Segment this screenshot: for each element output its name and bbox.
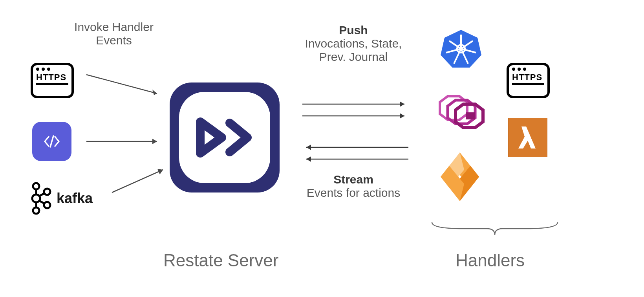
svg-marker-22 xyxy=(306,156,311,162)
invoke-handler-label: Invoke Handler Events xyxy=(59,20,169,47)
stream-title: Stream xyxy=(291,173,416,186)
svg-marker-18 xyxy=(400,113,404,119)
invoke-line1: Invoke Handler xyxy=(59,20,169,34)
arrows-stream xyxy=(298,141,412,165)
kafka-label: kafka xyxy=(57,190,93,207)
svg-point-4 xyxy=(44,202,50,208)
hexagon-stack-icon xyxy=(428,86,487,135)
kubernetes-icon xyxy=(440,28,482,72)
https-underline-right xyxy=(512,83,544,85)
svg-line-7 xyxy=(39,193,44,196)
cloudflare-icon xyxy=(437,149,483,206)
arrows-push xyxy=(298,98,412,122)
svg-point-3 xyxy=(44,189,50,195)
svg-marker-20 xyxy=(306,145,311,150)
lambda-icon xyxy=(508,118,547,157)
arrow-code-to-restate xyxy=(82,134,169,149)
https-underline xyxy=(36,83,68,85)
window-dots-right xyxy=(512,68,544,71)
svg-point-1 xyxy=(32,194,40,202)
restate-inner xyxy=(179,92,270,183)
svg-point-2 xyxy=(33,207,39,214)
svg-line-8 xyxy=(39,201,44,204)
window-dots xyxy=(36,68,68,71)
restate-server-label: Restate Server xyxy=(163,251,278,270)
push-line2: Prev. Journal xyxy=(291,50,416,64)
svg-rect-35 xyxy=(466,112,475,119)
arrow-kafka-to-restate xyxy=(108,165,171,196)
invoke-line2: Events xyxy=(59,34,169,47)
https-icon-right: HTTPS xyxy=(507,63,550,98)
svg-marker-12 xyxy=(152,139,157,144)
kafka-icon: kafka xyxy=(28,181,93,216)
svg-marker-16 xyxy=(400,101,404,107)
brace-icon xyxy=(428,219,562,239)
restate-glyph xyxy=(194,116,255,159)
svg-point-0 xyxy=(33,183,39,189)
handlers-label: Handlers xyxy=(456,251,525,270)
code-glyph xyxy=(42,131,62,152)
lambda-glyph xyxy=(516,124,540,151)
arrow-https-to-restate xyxy=(82,71,169,102)
stream-line1: Events for actions xyxy=(291,186,416,200)
https-icon: HTTPS xyxy=(31,63,74,98)
https-text-right: HTTPS xyxy=(512,72,544,82)
kafka-glyph xyxy=(28,181,53,216)
restate-icon xyxy=(170,82,280,192)
code-icon xyxy=(32,122,71,161)
push-line1: Invocations, State, xyxy=(291,37,416,50)
svg-line-13 xyxy=(112,170,163,192)
stream-label: Stream Events for actions xyxy=(291,173,416,200)
push-title: Push xyxy=(291,24,416,37)
push-label: Push Invocations, State, Prev. Journal xyxy=(291,24,416,64)
https-text: HTTPS xyxy=(36,72,68,82)
svg-line-9 xyxy=(86,75,157,94)
